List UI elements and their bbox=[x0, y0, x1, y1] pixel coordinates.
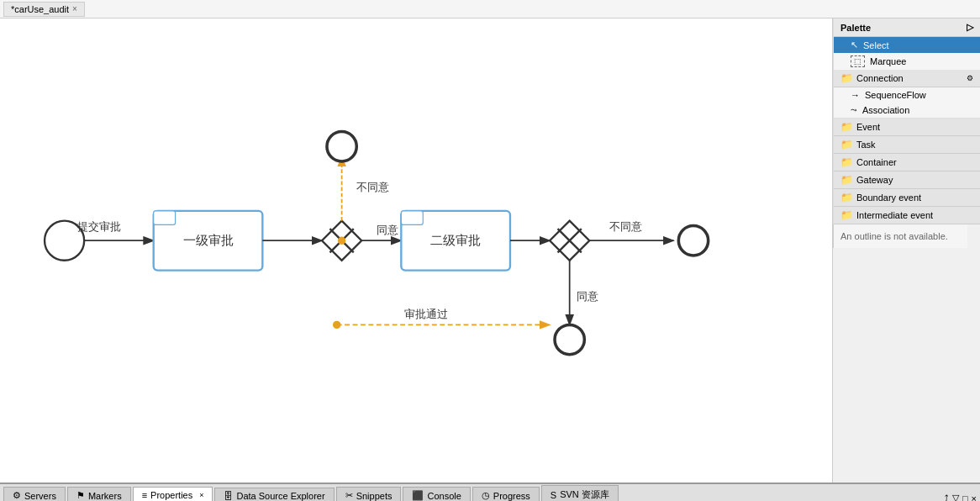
palette-section-intermediate-header[interactable]: 📁 Intermediate event bbox=[834, 207, 980, 224]
cursor-icon: ↖ bbox=[851, 40, 858, 50]
connection-settings-icon[interactable]: ⚙ bbox=[967, 74, 973, 82]
svg-text:提交审批: 提交审批 bbox=[77, 220, 121, 233]
svg-point-11 bbox=[338, 237, 345, 245]
tab-toolbar: ⤴ ▽ □ × bbox=[944, 493, 977, 501]
console-label: Console bbox=[427, 491, 461, 501]
svn-icon: S bbox=[551, 490, 556, 500]
datasource-icon: 🗄 bbox=[224, 491, 233, 501]
tab-console[interactable]: ⬛ Console bbox=[403, 487, 470, 501]
snippets-icon: ✂ bbox=[345, 490, 353, 501]
main-container: 提交审批 一级审批 不同意 同意 二级审批 bbox=[0, 18, 980, 483]
svg-point-28 bbox=[555, 324, 584, 354]
new-console-icon[interactable]: ⤴ bbox=[944, 493, 949, 502]
properties-tab-close[interactable]: × bbox=[199, 491, 203, 499]
palette-section-connection-header[interactable]: 📁 Connection ⚙ bbox=[834, 70, 980, 87]
tab-properties[interactable]: ≡ Properties × bbox=[133, 487, 213, 501]
tab-datasource[interactable]: 🗄 Data Source Explorer bbox=[214, 488, 334, 501]
servers-icon: ⚙ bbox=[13, 490, 21, 501]
event-section-label: Event bbox=[856, 122, 880, 132]
boundary-section-label: Boundary event bbox=[856, 192, 921, 203]
svg-text:不同意: 不同意 bbox=[356, 181, 389, 193]
svn-label: SVN 资源库 bbox=[560, 488, 609, 501]
intermediate-section-label: Intermediate event bbox=[856, 210, 933, 220]
select-label: Select bbox=[863, 40, 889, 50]
bottom-tab-bar: ⚙ Servers ⚑ Markers ≡ Properties × 🗄 Dat… bbox=[0, 484, 980, 501]
svg-rect-4 bbox=[154, 211, 176, 225]
palette-section-event-header[interactable]: 📁 Event bbox=[834, 119, 980, 136]
svg-text:一级审批: 一级审批 bbox=[182, 233, 233, 247]
palette-section-gateway-header[interactable]: 📁 Gateway bbox=[834, 171, 980, 189]
markers-icon: ⚑ bbox=[76, 490, 85, 501]
palette-sequence-flow[interactable]: → SequenceFlow bbox=[834, 87, 980, 103]
editor-tab[interactable]: *carUse_audit × bbox=[3, 2, 85, 17]
folder-icon-boundary: 📁 bbox=[840, 192, 853, 203]
palette-section-connection: 📁 Connection ⚙ → SequenceFlow ⤳ Associat… bbox=[834, 70, 980, 119]
servers-label: Servers bbox=[24, 491, 56, 501]
markers-label: Markers bbox=[88, 491, 122, 501]
progress-icon: ◷ bbox=[482, 490, 490, 501]
snippets-label: Snippets bbox=[356, 491, 393, 501]
editor-tab-title: *carUse_audit bbox=[11, 4, 69, 14]
svg-point-12 bbox=[327, 132, 356, 161]
connection-label: Connection bbox=[856, 73, 904, 83]
bpmn-canvas-area[interactable]: 提交审批 一级审批 不同意 同意 二级审批 bbox=[0, 18, 833, 483]
palette-scroll[interactable]: ↖ Select ⬚ Marquee 📁 Connection ⚙ bbox=[834, 37, 980, 224]
gateway-section-label: Gateway bbox=[856, 175, 893, 185]
arrow-icon: → bbox=[851, 90, 860, 100]
svg-text:同意: 同意 bbox=[377, 224, 398, 236]
folder-icon-event: 📁 bbox=[840, 121, 853, 133]
marquee-icon: ⬚ bbox=[851, 55, 865, 67]
palette-select-tool[interactable]: ↖ Select bbox=[834, 37, 980, 53]
right-panel: Palette ▷ ↖ Select ⬚ Marquee 📁 bbox=[833, 18, 980, 483]
folder-icon-task: 📁 bbox=[840, 139, 853, 150]
progress-label: Progress bbox=[493, 491, 530, 501]
outline-text: An outline is not available. bbox=[840, 231, 948, 241]
bottom-panel: ⚙ Servers ⚑ Markers ≡ Properties × 🗄 Dat… bbox=[0, 483, 980, 501]
svg-point-30 bbox=[333, 321, 340, 329]
folder-icon-intermediate: 📁 bbox=[840, 209, 853, 221]
folder-icon: 📁 bbox=[840, 72, 853, 84]
palette-section-container-header[interactable]: 📁 Container bbox=[834, 154, 980, 171]
palette-marquee-tool[interactable]: ⬚ Marquee bbox=[834, 53, 980, 70]
tab-progress[interactable]: ◷ Progress bbox=[472, 487, 540, 501]
tab-servers[interactable]: ⚙ Servers bbox=[3, 487, 66, 501]
svg-rect-17 bbox=[401, 211, 423, 225]
svg-text:审批通过: 审批通过 bbox=[404, 308, 448, 320]
palette-section-boundary-header[interactable]: 📁 Boundary event bbox=[834, 189, 980, 207]
palette-expand-icon[interactable]: ▷ bbox=[967, 22, 973, 33]
bpmn-diagram: 提交审批 一级审批 不同意 同意 二级审批 bbox=[0, 18, 832, 483]
palette-section-task-header[interactable]: 📁 Task bbox=[834, 136, 980, 154]
editor-tab-close[interactable]: × bbox=[72, 4, 77, 13]
console-icon: ⬛ bbox=[412, 490, 424, 501]
svg-text:二级审批: 二级审批 bbox=[430, 233, 481, 247]
folder-icon-gateway: 📁 bbox=[840, 174, 853, 186]
minimize-panel-icon[interactable]: ▽ bbox=[952, 493, 959, 501]
folder-icon-container: 📁 bbox=[840, 156, 853, 168]
tab-markers[interactable]: ⚑ Markers bbox=[67, 487, 131, 501]
properties-label: Properties bbox=[150, 490, 192, 500]
palette-title: Palette bbox=[840, 23, 871, 33]
svg-text:同意: 同意 bbox=[577, 290, 598, 303]
palette-association-flow[interactable]: ⤳ Association bbox=[834, 103, 980, 118]
svg-text:不同意: 不同意 bbox=[609, 220, 642, 233]
tab-snippets[interactable]: ✂ Snippets bbox=[336, 487, 402, 501]
outline-panel: An outline is not available. bbox=[833, 224, 967, 248]
container-section-label: Container bbox=[856, 157, 897, 167]
sequence-flow-label: SequenceFlow bbox=[865, 90, 926, 100]
maximize-panel-icon[interactable]: □ bbox=[962, 493, 968, 502]
datasource-label: Data Source Explorer bbox=[236, 491, 324, 501]
svg-point-25 bbox=[678, 226, 708, 256]
dashed-arrow-icon: ⤳ bbox=[851, 106, 857, 114]
tab-svn[interactable]: S SVN 资源库 bbox=[541, 485, 619, 501]
marquee-label: Marquee bbox=[870, 56, 906, 66]
palette-header: Palette ▷ bbox=[834, 18, 980, 37]
association-label: Association bbox=[862, 105, 909, 115]
task-section-label: Task bbox=[856, 140, 876, 150]
palette: Palette ▷ ↖ Select ⬚ Marquee 📁 bbox=[833, 18, 980, 224]
close-panel-icon[interactable]: × bbox=[972, 493, 977, 502]
editor-tab-bar: *carUse_audit × bbox=[0, 0, 980, 18]
properties-icon: ≡ bbox=[142, 490, 147, 500]
